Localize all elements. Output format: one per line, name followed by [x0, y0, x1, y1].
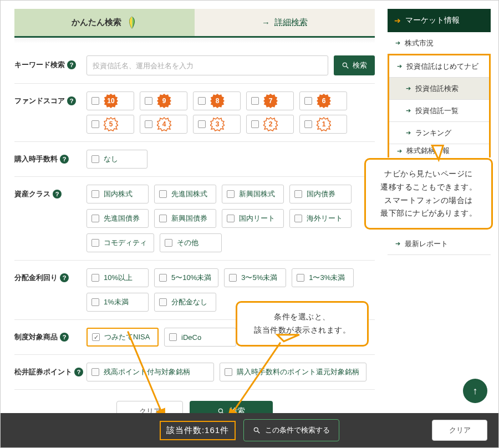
help-icon[interactable]: ?	[67, 96, 76, 105]
option-label: 4	[157, 117, 171, 131]
option-label: 1〜3%未満	[309, 273, 345, 283]
tab-detail-label: 詳細検索	[274, 17, 308, 28]
option-label: 5〜10%未満	[171, 273, 211, 283]
sidebar-sub-search[interactable]: ➔ 投資信託検索	[389, 78, 489, 100]
search-input[interactable]	[86, 55, 328, 75]
option-pill[interactable]: 国内株式	[86, 185, 149, 203]
option-pill[interactable]: 1〜3%未満	[292, 268, 354, 287]
label-keyword: キーワード検索	[14, 60, 65, 70]
option-label: 1%未満	[104, 297, 129, 307]
sidebar-item-report[interactable]: ➔ 最新レポート	[388, 233, 491, 255]
label-fundscore: ファンドスコア	[14, 96, 65, 106]
option-pill[interactable]: 10%以上	[86, 268, 149, 287]
option-pill[interactable]: 4	[140, 115, 187, 134]
help-icon[interactable]: ?	[53, 190, 62, 198]
option-pill[interactable]: 2	[246, 115, 294, 134]
option-pill[interactable]: 1%未満	[86, 293, 149, 312]
arrow-right-icon: ➔	[397, 63, 402, 70]
option-pill[interactable]: 先進国債券	[86, 209, 149, 228]
option-pill[interactable]: コモディティ	[86, 233, 154, 252]
sidebar-item-stock[interactable]: ➔ 株式銘柄情報	[389, 144, 489, 157]
checkbox-icon	[91, 239, 99, 247]
option-pill[interactable]: なし	[86, 150, 147, 169]
sidebar-item-navi[interactable]: ➔ 投資信託はじめてナビ	[389, 55, 489, 78]
tab-simple-search[interactable]: かんたん検索	[14, 9, 195, 38]
score-badge: 4	[157, 117, 171, 131]
option-pill[interactable]: 残高ポイント付与対象銘柄	[86, 363, 214, 381]
option-pill[interactable]: 9	[140, 91, 187, 110]
option-label: 8	[210, 94, 225, 108]
score-badge: 1	[317, 117, 331, 131]
label-program: 制度対象商品	[14, 332, 58, 342]
option-pill[interactable]: 国内債券	[289, 185, 352, 203]
score-badge: 10	[104, 94, 118, 108]
option-label: 国内リート	[239, 213, 275, 223]
search-icon	[342, 62, 349, 69]
option-pill[interactable]: 7	[246, 91, 294, 110]
sidebar-sub-ranking[interactable]: ➔ ランキング	[389, 122, 489, 144]
option-pill[interactable]: iDeCo	[164, 328, 236, 347]
arrow-right-icon: ➔	[395, 240, 400, 247]
option-label: 9	[157, 94, 171, 108]
svg-point-7	[218, 409, 222, 413]
score-badge: 2	[263, 117, 278, 131]
back-to-top-button[interactable]: ↑	[463, 379, 487, 403]
callout-nav: ナビから見たいページに遷移することもできます。スマートフォンの場合は最下部にナビ…	[364, 158, 493, 230]
checkbox-icon	[198, 120, 206, 128]
option-label: 分配金なし	[171, 297, 207, 307]
option-pill[interactable]: つみたてNISA	[86, 328, 159, 347]
option-pill[interactable]: 6	[299, 91, 347, 110]
checkbox-icon	[225, 368, 232, 376]
option-pill[interactable]: 1	[299, 115, 347, 134]
arrow-right-icon: ➔	[406, 85, 411, 92]
option-pill[interactable]: 先進国株式	[154, 185, 216, 203]
sticky-clear-button[interactable]: クリア	[432, 420, 487, 441]
option-pill[interactable]: 10	[86, 91, 134, 110]
help-icon[interactable]: ?	[60, 155, 69, 164]
option-pill[interactable]: 新興国株式	[222, 185, 284, 203]
leaf-icon	[126, 16, 138, 30]
option-pill[interactable]: その他	[160, 233, 222, 252]
option-pill[interactable]: 8	[193, 91, 241, 110]
arrow-up-icon: ↑	[473, 385, 478, 397]
search-button[interactable]: 検索	[334, 55, 375, 75]
option-label: 2	[263, 117, 278, 131]
option-pill[interactable]: 5	[86, 115, 134, 134]
checkbox-icon	[91, 155, 99, 163]
checkbox-icon	[91, 368, 99, 376]
sidebar-sub-list[interactable]: ➔ 投資信託一覧	[389, 100, 489, 122]
result-count: 該当件数:161件	[160, 421, 236, 440]
option-pill[interactable]: 5〜10%未満	[154, 268, 218, 287]
option-pill[interactable]: 国内リート	[222, 209, 284, 228]
option-pill[interactable]: 3	[193, 115, 241, 134]
tab-detail-search[interactable]: → 詳細検索	[195, 9, 375, 38]
help-icon[interactable]: ?	[74, 368, 83, 376]
checkbox-icon	[294, 215, 302, 222]
svg-line-14	[258, 431, 260, 434]
option-label: その他	[177, 238, 198, 248]
option-label: なし	[104, 154, 118, 164]
help-icon[interactable]: ?	[67, 60, 76, 69]
checkbox-icon	[304, 97, 312, 105]
score-badge: 5	[104, 117, 118, 131]
option-pill[interactable]: 購入時手数料のポイント還元対象銘柄	[220, 363, 366, 381]
sidebar-item-market[interactable]: ➔ 株式市況	[388, 32, 491, 54]
checkbox-icon	[227, 190, 235, 198]
checkbox-icon	[159, 274, 167, 282]
option-label: 5	[104, 117, 118, 131]
sticky-search-button[interactable]: この条件で検索する	[243, 419, 339, 441]
option-pill[interactable]: 3〜5%未満	[224, 268, 286, 287]
help-icon[interactable]: ?	[60, 333, 69, 342]
checkbox-icon	[91, 298, 99, 306]
option-pill[interactable]: 海外リート	[289, 209, 352, 228]
option-label: 新興国債券	[171, 213, 207, 223]
callout-condition: 条件を選ぶと、該当件数が表示されます。	[236, 301, 369, 347]
option-pill[interactable]: 分配金なし	[154, 293, 216, 312]
help-icon[interactable]: ?	[60, 273, 69, 282]
option-label: 海外リート	[307, 213, 343, 223]
score-badge: 7	[263, 94, 278, 108]
option-pill[interactable]: 新興国債券	[154, 209, 216, 228]
option-label: 国内株式	[104, 189, 133, 199]
checkbox-icon	[91, 215, 99, 222]
arrow-right-icon: ➔	[394, 16, 401, 25]
